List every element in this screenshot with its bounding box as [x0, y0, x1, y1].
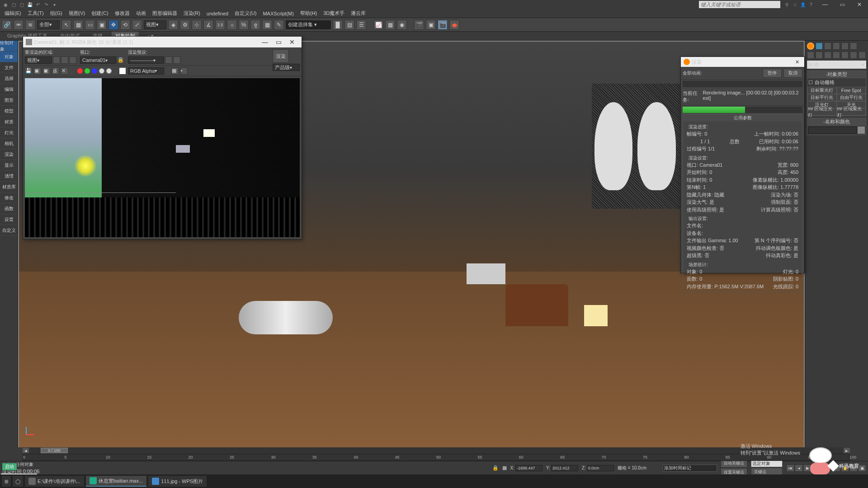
subclass-dropdown[interactable]: 标准▾ [807, 61, 866, 69]
time-slider[interactable]: ◂ 0 / 100 ▸ [23, 447, 850, 454]
menu-custom[interactable]: 自定义(U) [232, 9, 259, 18]
schematic-icon[interactable]: ▦ [385, 20, 395, 30]
nav-max-icon[interactable]: ▣ [858, 465, 866, 472]
percent-snap-icon[interactable]: 2.5 [215, 20, 225, 30]
area-btn3[interactable] [69, 56, 76, 64]
lp-light[interactable]: 灯光 [0, 127, 18, 138]
select-name-icon[interactable]: ▦ [73, 20, 83, 30]
light-cat-icon[interactable] [824, 52, 831, 59]
lp-render[interactable]: 渲染 [0, 149, 18, 160]
snap-toggle-icon[interactable]: ⊹ [192, 20, 202, 30]
material-icon[interactable]: ◉ [397, 20, 407, 30]
save-icon[interactable]: 💾 [26, 1, 33, 8]
mirror-icon[interactable]: ▐▌ [333, 20, 343, 30]
angle-snap-icon[interactable]: ∡ [203, 20, 213, 30]
mono-channel-icon[interactable] [106, 68, 112, 74]
blue-channel-icon[interactable] [92, 68, 97, 74]
render-prod-icon[interactable]: 🎬 [438, 20, 448, 30]
open-icon[interactable]: ▢ [18, 1, 25, 8]
link-icon[interactable]: 🔗 [2, 20, 12, 30]
coord-sys-icon[interactable]: ▦ [502, 465, 507, 471]
time-ruler[interactable]: 0510152025303540455055606570758085909510… [23, 454, 850, 461]
lock-icon[interactable]: 🔒 [117, 56, 124, 64]
btn-target-direct[interactable]: 目标平行光 [807, 94, 837, 101]
clone-icon[interactable]: ▣ [43, 67, 50, 75]
lp-select[interactable]: 选择 [0, 73, 18, 84]
progress-titlebar[interactable]: 渲染 ✕ [681, 57, 804, 67]
menu-help[interactable]: 帮助(H) [297, 9, 320, 18]
rotate-icon[interactable]: ⟲ [120, 20, 130, 30]
user-icon[interactable]: 👤 [799, 1, 807, 8]
rw-close-button[interactable]: ✕ [285, 38, 299, 47]
bg-swatch[interactable] [119, 67, 126, 75]
start-button[interactable]: 启动 [2, 463, 17, 471]
select-icon[interactable]: ↖ [61, 20, 71, 30]
utility-tab-icon[interactable] [850, 42, 857, 50]
app-icon[interactable]: ◉ [2, 1, 9, 8]
render-window-titlebar[interactable]: Camera01, 帧 0, RGBA 颜色 16 位/通道 (1:1) — ▭… [23, 37, 302, 47]
render-setup-icon[interactable]: 🎬 [414, 20, 424, 30]
copy-image-icon[interactable]: ▣ [34, 67, 41, 75]
lp-model[interactable]: 模型 [0, 106, 18, 117]
named-selection[interactable]: 创建选择集 ▾ [286, 20, 331, 29]
start-menu-button[interactable]: ⊞ [2, 476, 11, 487]
spinner-snap-icon[interactable]: ⟐ [227, 20, 237, 30]
select-region-icon[interactable]: ▭ [85, 20, 95, 30]
time-tag-input[interactable]: 添加时间标记 [663, 465, 717, 472]
toggle2-icon[interactable]: ▪ [180, 67, 188, 75]
lp-matlib[interactable]: 材质库 [0, 182, 18, 192]
alpha-channel-icon[interactable] [99, 68, 104, 74]
taskbar-wps[interactable]: 111.jpg - WPS图片 [148, 476, 207, 487]
new-icon[interactable]: ▢ [10, 1, 17, 8]
menu-render[interactable]: 渲染(R) [181, 9, 203, 18]
autogrid-checkbox[interactable]: ☐ [808, 80, 813, 85]
lock-status-icon[interactable]: 🔒 [492, 465, 499, 471]
curve-editor-icon[interactable]: 📈 [373, 20, 383, 30]
pivot-icon[interactable]: ◈ [168, 20, 178, 30]
motion-tab-icon[interactable] [833, 42, 840, 50]
rw-maximize-button[interactable]: ▭ [272, 38, 285, 47]
window-crossing-icon[interactable]: ▣ [97, 20, 107, 30]
selection-filter[interactable]: 全部 ▾ [37, 20, 60, 29]
geom-cat-icon[interactable] [807, 52, 814, 59]
preset-btn2[interactable] [173, 56, 180, 64]
brush-icon[interactable]: ✎ [274, 20, 284, 30]
hierarchy-tab-icon[interactable] [824, 42, 831, 50]
percent-icon[interactable]: % [239, 20, 249, 30]
menu-group[interactable]: 组(G) [47, 9, 65, 18]
close-button[interactable]: ✕ [853, 1, 866, 8]
modify-tab-icon[interactable] [816, 42, 823, 50]
space-cat-icon[interactable] [850, 52, 857, 59]
lp-shape[interactable]: 图形 [0, 95, 18, 106]
menu-maxscript[interactable]: MAXScript(M) [260, 10, 296, 17]
lp-modify[interactable]: 修改 [0, 192, 18, 203]
lp-edit[interactable]: 编辑 [0, 84, 18, 95]
cortana-icon[interactable]: ◯ [13, 476, 23, 487]
channel-select[interactable]: RGB Alpha ▾ [128, 67, 164, 75]
shape-cat-icon[interactable] [816, 52, 823, 59]
clear-icon[interactable]: ✕ [61, 67, 68, 75]
area-btn2[interactable] [61, 56, 68, 64]
lp-settings[interactable]: 设置 [0, 214, 18, 225]
goto-start-icon[interactable]: ⏮ [786, 465, 794, 472]
time-handle[interactable]: 0 / 100 [41, 448, 68, 453]
area-btn1[interactable] [53, 56, 60, 64]
btn-free-direct[interactable]: 自由平行光 [837, 94, 866, 101]
move-icon[interactable]: ✥ [108, 20, 118, 30]
align-icon[interactable]: ▤ [344, 20, 354, 30]
helper-cat-icon[interactable] [841, 52, 849, 59]
maximize-button[interactable]: ▭ [835, 1, 849, 8]
btn-free-spot[interactable]: Free Spot [837, 87, 866, 94]
lp-paint[interactable]: 绘制对象 [0, 41, 18, 52]
y-coord-input[interactable]: 2012.412 [551, 465, 578, 471]
layer-icon[interactable]: ☰ [356, 20, 366, 30]
lp-material[interactable]: 材质 [0, 117, 18, 127]
menu-modifier[interactable]: 修改器 [112, 9, 132, 18]
btn-mr-spot[interactable]: mr 区域聚光灯 [837, 108, 866, 116]
search-input[interactable]: 键入关键字或短语 [699, 1, 780, 8]
ref-coord[interactable]: 视图 ▾ [144, 20, 166, 29]
taskbar-3dsmax[interactable]: 休息室baitian.max... [86, 476, 146, 487]
preset-btn1[interactable] [165, 56, 172, 64]
lp-clean[interactable]: 清理 [0, 171, 18, 182]
minimize-button[interactable]: — [818, 1, 832, 8]
